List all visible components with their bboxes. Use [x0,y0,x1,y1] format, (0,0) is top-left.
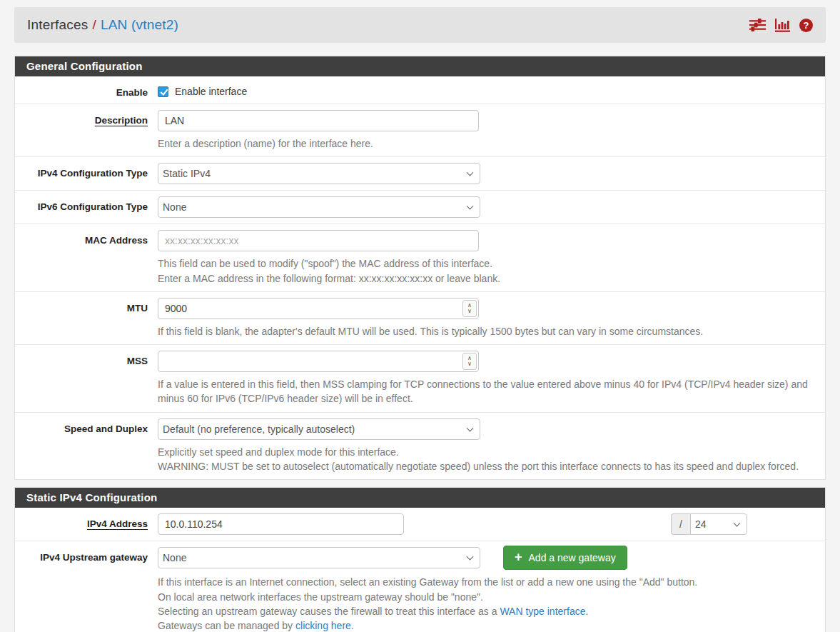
general-configuration-panel: General Configuration Enable Enable inte… [14,56,826,480]
row-mtu: MTU ∧∨ If this field is blank, the adapt… [15,291,825,344]
row-speed-duplex: Speed and Duplex Default (no preference,… [15,412,825,480]
help-icon[interactable]: ? [799,19,813,32]
breadcrumb-bar: Interfaces/LAN (vtnet2) [14,7,826,43]
mss-input[interactable] [158,351,479,372]
speed-duplex-help: Explicitly set speed and duplex mode for… [158,445,814,474]
number-spinner-icon[interactable]: ∧∨ [462,353,477,370]
plus-icon: + [515,551,522,563]
mtu-input[interactable] [158,298,479,319]
mss-help: If a value is entered in this field, the… [158,377,814,406]
row-ipv4-upstream-gateway: IPv4 Upstream gateway None + Add a new g… [15,541,825,632]
breadcrumb-separator: / [88,17,100,32]
ipv4-address-input[interactable] [158,513,404,535]
mac-address-label: MAC Address [15,230,158,246]
ipv4-config-type-label: IPv4 Configuration Type [15,163,158,179]
ipv4-address-label: IPv4 Address [15,513,158,529]
sliders-icon[interactable] [749,18,766,32]
ipv4-upstream-gateway-select[interactable]: None [158,547,480,568]
breadcrumb: Interfaces/LAN (vtnet2) [27,17,178,33]
row-mss: MSS ∧∨ If a value is entered in this fie… [15,344,825,412]
breadcrumb-page-link[interactable]: LAN (vtnet2) [101,17,178,32]
add-gateway-button[interactable]: + Add a new gateway [503,546,627,570]
row-ipv4-address: IPv4 Address / 24 [15,508,825,541]
subnet-mask-select[interactable]: 24 [690,513,747,535]
static-ipv4-panel: Static IPv4 Configuration IPv4 Address /… [14,487,826,632]
chart-bar-icon[interactable] [775,19,790,32]
description-help: Enter a description (name) for the inter… [158,136,814,151]
mss-label: MSS [15,351,158,366]
mtu-help: If this field is blank, the adapter's de… [158,324,814,338]
enable-interface-checkbox-label[interactable]: Enable interface [175,86,247,97]
number-spinner-icon[interactable]: ∧∨ [462,300,477,317]
row-enable: Enable Enable interface [15,76,825,104]
section-title-general: General Configuration [15,56,825,76]
mtu-label: MTU [15,298,158,314]
speed-duplex-select[interactable]: Default (no preference, typically autose… [158,418,480,440]
subnet-mask-prefix: / [671,513,690,535]
section-title-static-ipv4: Static IPv4 Configuration [15,488,825,508]
row-ipv4-config-type: IPv4 Configuration Type Static IPv4 [15,156,825,190]
row-description: Description Enter a description (name) f… [15,104,825,156]
gateways-clicking-here-link[interactable]: clicking here [295,620,351,631]
ipv6-config-type-select[interactable]: None [158,196,480,218]
ipv4-upstream-gateway-help: If this interface is an Internet connect… [158,575,814,632]
mac-address-input[interactable] [158,230,479,251]
ipv6-config-type-label: IPv6 Configuration Type [15,196,158,212]
enable-interface-checkbox[interactable] [158,86,168,97]
ipv4-config-type-select[interactable]: Static IPv4 [158,163,480,184]
row-ipv6-config-type: IPv6 Configuration Type None [15,190,825,224]
description-input[interactable] [158,110,479,131]
mac-address-help: This field can be used to modify ("spoof… [158,256,814,286]
breadcrumb-section: Interfaces [27,17,88,32]
ipv4-upstream-gateway-label: IPv4 Upstream gateway [15,547,158,563]
subnet-mask-group: / 24 [671,513,747,535]
speed-duplex-label: Speed and Duplex [15,418,158,434]
description-label: Description [15,110,158,126]
row-mac-address: MAC Address This field can be used to mo… [15,224,825,291]
wan-type-interface-link[interactable]: WAN type interface [500,606,585,617]
enable-label: Enable [15,82,158,98]
